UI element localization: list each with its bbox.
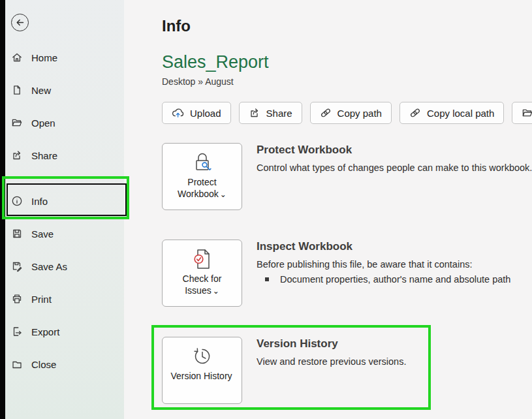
sidebar-item-label: Open <box>31 117 55 129</box>
button-label: Copy local path <box>427 108 494 119</box>
sidebar-item-info[interactable]: Info <box>5 185 124 217</box>
sidebar-item-save[interactable]: Save <box>5 217 124 250</box>
page-title: Info <box>162 17 191 35</box>
sidebar-item-open[interactable]: Open <box>5 106 124 139</box>
link-icon <box>320 107 332 119</box>
sidebar-item-save-as[interactable]: Save As <box>5 250 124 283</box>
left-edge-strip <box>0 0 5 419</box>
inspect-bullet-item: Document properties, author's name and a… <box>257 274 510 285</box>
chevron-down-icon: ⌄ <box>213 287 219 296</box>
sidebar-item-label: Close <box>31 359 56 370</box>
sidebar-item-label: Info <box>31 196 48 207</box>
version-history-clock-icon <box>189 343 215 369</box>
bullet-square <box>265 277 269 281</box>
back-button[interactable] <box>11 14 29 31</box>
close-folder-icon <box>11 358 23 370</box>
sidebar-item-label: Save <box>31 228 54 240</box>
button-label: Share <box>266 108 292 119</box>
sidebar-item-label: New <box>31 85 51 96</box>
protect-workbook-tile-button[interactable]: Protect Workbook⌄ <box>162 143 242 210</box>
document-title: Sales_Report <box>162 52 269 72</box>
sidebar-item-label: Share <box>31 150 57 161</box>
tile-label: Version History <box>167 370 236 382</box>
sidebar-item-print[interactable]: Print <box>5 283 124 315</box>
check-for-issues-tile-button[interactable]: Check for Issues⌄ <box>162 240 242 307</box>
export-icon <box>11 326 23 337</box>
share-button[interactable]: Share <box>239 102 302 124</box>
breadcrumb: Desktop » August <box>162 76 234 87</box>
chevron-down-icon: ⌄ <box>220 190 227 199</box>
open-folder-icon <box>11 117 23 129</box>
section-description: Before publishing this file, be aware th… <box>257 259 510 270</box>
save-as-icon <box>11 260 23 272</box>
tile-label: Protect Workbook⌄ <box>163 176 242 200</box>
save-icon <box>11 228 23 240</box>
version-history-section: Version History Version History View and… <box>162 337 406 404</box>
sidebar-item-home[interactable]: Home <box>5 41 124 74</box>
open-folder-icon <box>522 107 532 119</box>
section-heading: Version History <box>257 337 406 350</box>
sidebar-item-close[interactable]: Close <box>5 348 124 380</box>
share-icon <box>11 149 23 161</box>
share-icon <box>249 107 260 119</box>
section-heading: Inspect Workbook <box>257 240 510 253</box>
info-icon <box>11 195 23 207</box>
copy-local-path-button[interactable]: Copy local path <box>399 102 504 124</box>
info-page: Info Sales_Report Desktop » August Uploa… <box>124 0 532 419</box>
lock-key-icon <box>189 149 215 176</box>
inspect-workbook-section: Check for Issues⌄ Inspect Workbook Befor… <box>162 240 510 307</box>
sidebar-item-export[interactable]: Export <box>5 315 124 348</box>
tile-label: Check for Issues⌄ <box>163 273 242 297</box>
sidebar-item-label: Export <box>31 326 59 337</box>
back-arrow-icon <box>15 18 25 27</box>
protect-workbook-section: Protect Workbook⌄ Protect Workbook Contr… <box>162 143 532 210</box>
action-button-row: Upload Share Copy path Copy local path O… <box>162 102 532 124</box>
sidebar-item-label: Print <box>31 294 52 305</box>
print-icon <box>11 293 23 305</box>
button-label: Copy path <box>337 108 382 119</box>
upload-button[interactable]: Upload <box>162 102 231 124</box>
sidebar-item-new[interactable]: New <box>5 74 124 106</box>
sidebar-item-share[interactable]: Share <box>5 139 124 172</box>
copy-path-button[interactable]: Copy path <box>310 102 392 124</box>
sidebar-item-label: Save As <box>31 261 67 272</box>
section-heading: Protect Workbook <box>257 144 532 157</box>
home-icon <box>11 52 23 63</box>
button-label: Upload <box>190 108 221 119</box>
sidebar-divider <box>10 177 123 178</box>
link-icon <box>409 107 421 119</box>
section-text: Protect Workbook Control what types of c… <box>257 143 532 210</box>
open-file-location-button[interactable]: Open file location <box>512 102 532 124</box>
sidebar-nav: Home New Open Share Info <box>5 41 124 380</box>
backstage-sidebar: Home New Open Share Info <box>5 0 124 419</box>
inspect-document-icon <box>189 246 215 272</box>
section-description: View and restore previous versions. <box>257 356 406 367</box>
version-history-tile-button[interactable]: Version History <box>162 337 242 404</box>
new-document-icon <box>11 84 23 96</box>
cloud-upload-icon <box>172 107 184 119</box>
sidebar-item-label: Home <box>31 52 57 63</box>
section-description: Control what types of changes people can… <box>257 163 532 173</box>
bullet-text: Document properties, author's name and a… <box>280 274 510 285</box>
section-text: Version History View and restore previou… <box>257 337 406 404</box>
section-text: Inspect Workbook Before publishing this … <box>257 240 510 307</box>
